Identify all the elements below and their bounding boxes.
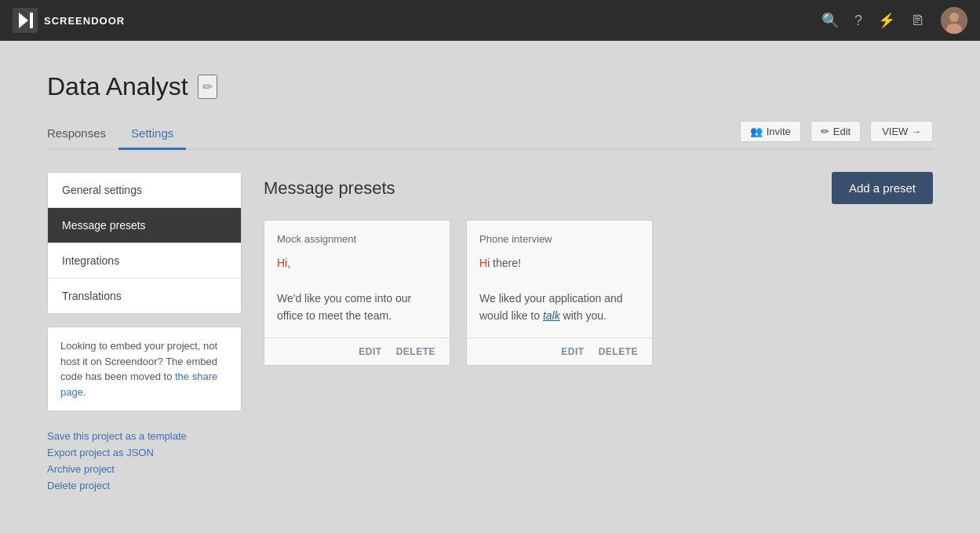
section-title: Message presets: [264, 178, 395, 199]
tab-settings[interactable]: Settings: [118, 120, 186, 150]
avatar-image: [941, 7, 967, 34]
top-navigation: SCREENDOOR 🔍 ? ⚡ 🖹: [0, 0, 980, 41]
preset-cards-container: Mock assignment Hi, We'd like you come i…: [264, 220, 933, 366]
edit-button[interactable]: ✏ Edit: [811, 121, 861, 142]
search-icon[interactable]: 🔍: [822, 12, 839, 29]
sidebar-item-integrations[interactable]: Integrations: [48, 243, 241, 279]
preset-card-mock-assignment-content: Hi, We'd like you come into ouroffice to…: [277, 254, 437, 325]
phone-edit-button[interactable]: EDIT: [558, 345, 587, 359]
pencil-icon: ✏: [821, 126, 829, 137]
mock-body: We'd like you come into ouroffice to mee…: [277, 292, 411, 322]
brand-name: SCREENDOOR: [44, 15, 125, 27]
screendoor-logo-icon: [13, 8, 38, 33]
sidebar-item-message-presets-label: Message presets: [62, 219, 146, 232]
sidebar-item-translations[interactable]: Translations: [48, 279, 241, 313]
sidebar-item-integrations-label: Integrations: [62, 254, 119, 267]
preset-card-phone-interview-content: Hi there! We liked your application andw…: [479, 254, 639, 325]
topnav-icons: 🔍 ? ⚡ 🖹: [822, 7, 967, 34]
page-title: Data Analyst: [47, 72, 188, 101]
edit-title-button[interactable]: ✏: [198, 75, 217, 99]
tab-bar-right: 👥 Invite ✏ Edit VIEW →: [740, 121, 933, 148]
page-wrapper: Data Analyst ✏ Responses Settings 👥 Invi…: [0, 41, 980, 533]
main-layout: General settings Message presets Integra…: [47, 172, 933, 491]
sidebar-item-message-presets[interactable]: Message presets: [48, 208, 241, 243]
user-avatar[interactable]: [941, 7, 967, 34]
sidebar-links: Save this project as a template Export p…: [47, 430, 242, 491]
sidebar-item-general[interactable]: General settings: [48, 173, 241, 208]
view-label: VIEW →: [882, 126, 921, 137]
preset-card-phone-interview-title: Phone interview: [479, 233, 639, 245]
phone-greeting: Hi there!: [479, 257, 521, 269]
tab-bar-left: Responses Settings: [47, 120, 186, 148]
phone-hi: Hi: [479, 257, 490, 269]
mock-greeting: Hi,: [277, 257, 290, 269]
content-header: Message presets Add a preset: [264, 172, 933, 204]
content-area: Message presets Add a preset Mock assign…: [264, 172, 933, 491]
invite-label: Invite: [767, 126, 791, 137]
invite-button[interactable]: 👥 Invite: [740, 121, 801, 142]
preset-card-mock-assignment: Mock assignment Hi, We'd like you come i…: [264, 220, 450, 366]
sidebar-menu: General settings Message presets Integra…: [47, 172, 242, 314]
tab-responses[interactable]: Responses: [47, 120, 118, 150]
archive-project-link[interactable]: Archive project: [47, 463, 242, 475]
brand-area: SCREENDOOR: [13, 8, 125, 33]
phone-delete-button[interactable]: DELETE: [596, 345, 641, 359]
tab-bar: Responses Settings 👥 Invite ✏ Edit VIEW …: [47, 120, 933, 150]
preset-card-mock-assignment-footer: EDIT DELETE: [264, 338, 450, 365]
sidebar-item-translations-label: Translations: [62, 290, 122, 302]
phone-body: We liked your application andwould like …: [479, 292, 623, 322]
embed-info-box: Looking to embed your project, not host …: [47, 327, 242, 411]
talk-link: talk: [543, 309, 560, 322]
delete-project-link[interactable]: Delete project: [47, 480, 242, 491]
sidebar: General settings Message presets Integra…: [47, 172, 242, 491]
svg-rect-2: [30, 13, 33, 28]
edit-label: Edit: [833, 126, 851, 137]
add-preset-button[interactable]: Add a preset: [832, 172, 933, 204]
export-json-link[interactable]: Export project as JSON: [47, 447, 242, 458]
svg-point-4: [949, 13, 959, 22]
notifications-icon[interactable]: ⚡: [878, 12, 895, 29]
save-template-link[interactable]: Save this project as a template: [47, 430, 242, 442]
invite-icon: 👥: [750, 126, 763, 137]
preset-card-mock-assignment-title: Mock assignment: [277, 233, 437, 245]
sidebar-item-general-label: General settings: [62, 184, 142, 196]
preset-card-phone-interview-body: Phone interview Hi there! We liked your …: [467, 221, 652, 338]
preset-card-phone-interview-footer: EDIT DELETE: [467, 338, 652, 365]
preset-card-mock-assignment-body: Mock assignment Hi, We'd like you come i…: [264, 221, 450, 338]
document-icon[interactable]: 🖹: [911, 13, 925, 29]
mock-delete-button[interactable]: DELETE: [393, 345, 439, 359]
mock-edit-button[interactable]: EDIT: [355, 345, 384, 359]
help-icon[interactable]: ?: [854, 13, 862, 29]
embed-text-after: .: [83, 386, 86, 398]
page-header: Data Analyst ✏: [47, 72, 933, 101]
preset-card-phone-interview: Phone interview Hi there! We liked your …: [466, 220, 653, 366]
view-button[interactable]: VIEW →: [870, 121, 933, 142]
